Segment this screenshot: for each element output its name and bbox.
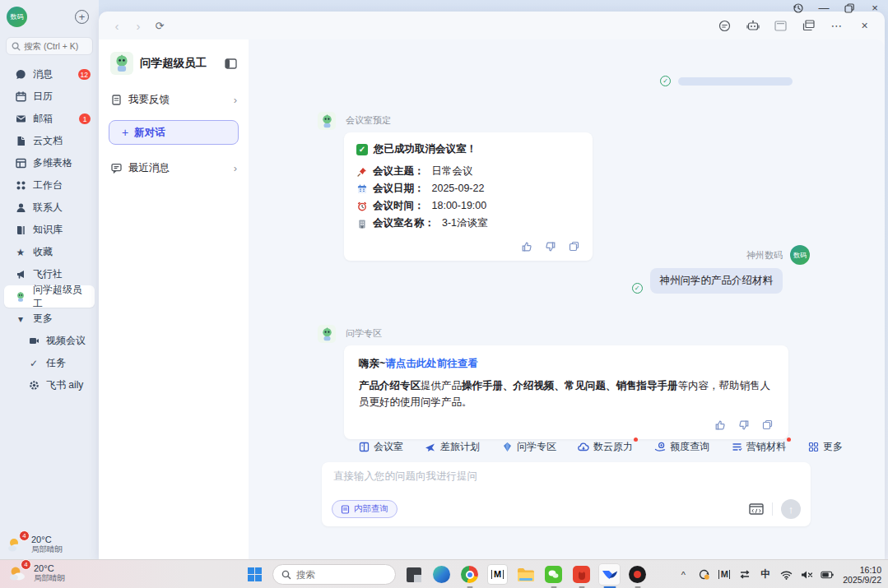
tray-m-icon[interactable]: M: [718, 568, 731, 581]
app-markdown[interactable]: M: [487, 564, 508, 585]
window-header: ‹ › ⟳ ⋯ ×: [99, 12, 885, 39]
chip-wenxue-zone[interactable]: 问学专区: [501, 440, 556, 454]
sidebar-item-more[interactable]: ▾ 更多: [0, 308, 99, 330]
sidebar-item-docs[interactable]: 云文档: [0, 130, 99, 152]
restore-button[interactable]: [843, 2, 856, 15]
message-circle-icon[interactable]: [718, 19, 732, 33]
weather-widget[interactable]: 4 20°C 局部晴朗: [7, 535, 63, 554]
recent-messages-item[interactable]: 最近消息 ›: [99, 153, 249, 183]
close-window-button[interactable]: ×: [868, 2, 881, 15]
collapsed-user-message: ✓: [660, 76, 793, 86]
sidebar-label: 飞书 aily: [46, 378, 83, 392]
close-panel-icon[interactable]: ×: [858, 19, 872, 33]
thumbs-up-icon[interactable]: [714, 419, 726, 431]
add-icon[interactable]: +: [75, 10, 89, 24]
thumbs-down-icon[interactable]: [737, 419, 750, 431]
app-task-view[interactable]: [403, 564, 424, 585]
wifi-icon[interactable]: [779, 568, 793, 581]
chip-marketing-materials[interactable]: 营销材料: [731, 440, 786, 454]
recent-messages-label: 最近消息: [128, 161, 170, 175]
bot-avatar[interactable]: [318, 325, 336, 343]
app-feishu[interactable]: [599, 564, 620, 585]
bot-avatar[interactable]: [318, 112, 336, 130]
taskbar-search-input[interactable]: [296, 570, 379, 580]
app-edge[interactable]: [431, 564, 452, 585]
thumbs-down-icon[interactable]: [544, 240, 556, 252]
user-avatar[interactable]: 数码: [7, 7, 27, 27]
chip-more[interactable]: 更多: [807, 440, 843, 454]
app-wechat[interactable]: [543, 564, 564, 585]
robot-icon[interactable]: [746, 19, 760, 33]
thumbs-up-icon[interactable]: [520, 240, 532, 252]
volume-muted-icon[interactable]: [800, 568, 813, 581]
minimize-button[interactable]: —: [817, 2, 830, 15]
sidebar-item-wiki[interactable]: 知识库: [0, 219, 99, 241]
tray-arrows-icon[interactable]: [738, 568, 751, 581]
bot-message-zone: 问学专区 嗨亲~请点击此处前往查看 产品介绍专区提供产品操作手册、介绍视频、常见…: [318, 325, 788, 439]
app-red-cat[interactable]: [571, 564, 592, 585]
sidebar-item-workplace[interactable]: 工作台: [0, 174, 99, 197]
more-icon[interactable]: ⋯: [830, 19, 844, 33]
battery-icon[interactable]: [821, 568, 834, 581]
search-input[interactable]: [24, 41, 95, 51]
app-recorder[interactable]: [627, 564, 648, 585]
chat-input[interactable]: [333, 470, 778, 482]
sidebar-item-aily[interactable]: 飞书 aily: [0, 374, 99, 396]
message-skeleton: [678, 77, 793, 86]
open-in-window-icon[interactable]: [802, 19, 816, 33]
bot-message-meeting: 会议室预定 ✓ 您已成功取消会议室！ 会议主题： 日常会议: [318, 112, 593, 261]
collapse-panel-icon[interactable]: [225, 58, 237, 69]
chip-meeting-room[interactable]: 会议室: [358, 440, 403, 454]
field-value: 日常会议: [432, 163, 473, 180]
sidebar-item-base[interactable]: 多维表格: [0, 152, 99, 174]
chip-shuyun-force[interactable]: 数云原力: [578, 440, 633, 454]
tray-chevron-icon[interactable]: ^: [676, 568, 690, 581]
divider: [772, 502, 773, 516]
app-chrome[interactable]: [459, 564, 480, 585]
meeting-cancel-card: ✓ 您已成功取消会议室！ 会议主题： 日常会议 会议日期：: [344, 132, 593, 261]
chat-area: ✓ 会议室预定 ✓ 您已成功取消会议室！: [249, 39, 885, 559]
shortcut-panel-icon[interactable]: [749, 503, 764, 515]
taskbar-clock[interactable]: 16:10 2025/9/22: [843, 565, 881, 585]
scope-chip-internal-query[interactable]: 内部查询: [332, 500, 398, 518]
new-chat-button[interactable]: + 新对话: [109, 120, 239, 145]
history-icon[interactable]: [792, 2, 805, 15]
nav-back-icon[interactable]: ‹: [109, 17, 125, 34]
sidebar-item-messages[interactable]: 消息 12: [0, 63, 99, 86]
list-doc-icon: [731, 442, 742, 453]
sidebar-item-wenxue-bot[interactable]: 问学超级员工: [4, 285, 95, 308]
sidebar-item-mail[interactable]: 邮箱 1: [0, 108, 99, 130]
card-view-icon[interactable]: [774, 19, 788, 33]
chip-quota-query[interactable]: 额度查询: [654, 440, 709, 454]
chip-label: 差旅计划: [440, 440, 480, 454]
building-icon: [356, 218, 367, 229]
goto-link[interactable]: 请点击此处前往查看: [385, 358, 478, 369]
user-avatar[interactable]: 数码: [790, 245, 810, 265]
chip-label: 问学专区: [517, 440, 556, 454]
sidebar-item-tasks[interactable]: ✓ 任务: [0, 352, 99, 374]
taskbar-search[interactable]: [272, 564, 396, 585]
sidebar-item-favorites[interactable]: ★ 收藏: [0, 241, 99, 263]
copy-icon[interactable]: [761, 419, 774, 431]
nav-forward-icon[interactable]: ›: [130, 17, 146, 34]
feedback-item[interactable]: 我要反馈 ›: [99, 85, 249, 115]
sidebar-item-calendar[interactable]: 日历: [0, 86, 99, 108]
app-file-explorer[interactable]: [515, 564, 536, 585]
send-button[interactable]: ↑: [781, 499, 801, 519]
taskbar-weather[interactable]: 4 20°C 局部晴朗: [8, 563, 65, 583]
sidebar-item-contacts[interactable]: 联系人: [0, 197, 99, 219]
refresh-icon[interactable]: ⟳: [151, 17, 168, 34]
sidebar-item-video-meeting[interactable]: 视频会议: [0, 330, 99, 352]
scope-chip-label: 内部查询: [354, 503, 388, 515]
start-button[interactable]: [244, 564, 265, 585]
copy-icon[interactable]: [568, 240, 580, 252]
airplane-icon: [425, 442, 436, 453]
tray-sync-icon[interactable]: [697, 568, 710, 581]
chip-travel-plan[interactable]: 差旅计划: [425, 440, 480, 454]
meeting-topic-row: 会议主题： 日常会议: [356, 163, 580, 180]
global-search[interactable]: [6, 37, 93, 55]
sidebar-label: 飞行社: [33, 267, 63, 281]
unread-badge: 12: [78, 69, 91, 80]
bot-avatar-icon: [15, 290, 26, 303]
ime-indicator[interactable]: 中: [759, 568, 772, 581]
